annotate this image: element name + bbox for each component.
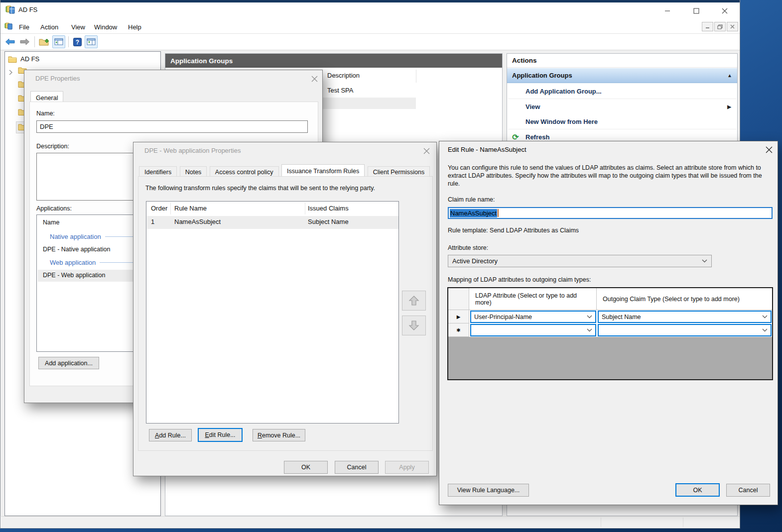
remove-rule-button[interactable]: Remove Rule... <box>253 429 305 441</box>
list-item-dpe-native-application[interactable]: DPE - Native application <box>43 246 110 253</box>
tab-identifiers[interactable]: Identifiers <box>139 166 177 177</box>
column-outgoing-claim-type[interactable]: Outgoing Claim Type (Select or type to a… <box>597 288 772 310</box>
mdi-close-button[interactable] <box>727 22 738 31</box>
mdi-minimize-button[interactable] <box>702 22 713 31</box>
button-label: Add application... <box>45 360 93 367</box>
desktop: AD FS File Action View Win <box>0 0 782 532</box>
toggle-action-pane-button[interactable] <box>85 35 98 48</box>
tree-expander-icon[interactable] <box>9 70 12 75</box>
edit-rule-button[interactable]: Edit Rule... <box>198 428 243 442</box>
tab-notes[interactable]: Notes <box>180 166 207 177</box>
toolbar-separator <box>68 36 69 47</box>
dropdown-value: Subject Name <box>602 314 641 320</box>
button-label: OK <box>301 464 310 471</box>
ldap-attribute-dropdown-new[interactable] <box>470 324 596 336</box>
view-rule-language-button[interactable]: View Rule Language... <box>448 484 529 497</box>
outgoing-claim-type-dropdown[interactable]: Subject Name <box>598 311 772 323</box>
rules-instruction: The following transform rules specify th… <box>145 185 375 192</box>
attribute-store-label: Attribute store: <box>448 244 488 251</box>
close-icon[interactable] <box>421 146 431 155</box>
move-rule-down-button[interactable] <box>402 316 426 335</box>
adfs-app-icon <box>5 5 15 14</box>
action-label: View <box>525 103 540 110</box>
column-divider <box>170 203 171 214</box>
applications-label: Applications: <box>36 205 72 212</box>
button-label: Cancel <box>347 464 367 471</box>
apply-button: Apply <box>385 461 429 474</box>
dropdown-chevron-icon <box>762 315 768 319</box>
tree-node-adfs[interactable]: AD FS <box>8 55 39 63</box>
group-label: Web application <box>50 259 96 266</box>
menu-help[interactable]: Help <box>126 22 143 32</box>
column-rule-name[interactable]: Rule Name <box>174 205 207 212</box>
transform-rules-list[interactable]: Order Rule Name Issued Claims 1 NameAsSu… <box>146 201 399 424</box>
name-field[interactable] <box>36 120 308 133</box>
action-view[interactable]: View ▶ <box>507 99 737 114</box>
maximize-button[interactable] <box>688 3 705 18</box>
column-ldap-attribute[interactable]: LDAP Attribute (Select or type to add mo… <box>469 288 597 310</box>
dropdown-value: Active Directory <box>452 257 498 265</box>
title-bar[interactable]: AD FS <box>0 2 740 20</box>
export-list-button[interactable] <box>37 35 50 48</box>
list-header-name[interactable]: Name <box>43 219 59 226</box>
list-item-dpe-web-application[interactable]: DPE - Web application <box>43 272 106 279</box>
button-label: Add Rule... <box>155 432 186 439</box>
forward-button[interactable] <box>18 35 31 48</box>
menu-file[interactable]: File <box>17 22 31 32</box>
row-selector-current[interactable]: ▶ <box>448 310 469 323</box>
menu-action[interactable]: Action <box>38 22 60 32</box>
mapping-label: Mapping of LDAP attributes to outgoing c… <box>448 276 591 283</box>
column-divider[interactable] <box>416 70 416 83</box>
back-button[interactable] <box>3 35 16 48</box>
tab-strip: Identifiers Notes Access control policy … <box>139 165 431 177</box>
description-column-header[interactable]: Description <box>327 72 416 84</box>
button-label: Edit Rule... <box>205 431 235 438</box>
ok-button[interactable]: OK <box>284 461 328 474</box>
claim-rule-name-field[interactable]: NameAsSubject <box>448 207 773 219</box>
dropdown-value: User-Principal-Name <box>474 314 532 320</box>
close-icon[interactable] <box>764 145 774 154</box>
close-icon[interactable] <box>309 74 319 83</box>
row-selector-new[interactable]: ✱ <box>448 323 469 337</box>
column-order[interactable]: Order <box>151 205 167 212</box>
toggle-console-tree-button[interactable] <box>52 35 65 48</box>
outgoing-claim-type-dropdown-new[interactable] <box>598 324 772 336</box>
tree-node-label: AD FS <box>20 55 39 63</box>
ok-button[interactable]: OK <box>675 483 720 497</box>
rule-row-selected[interactable]: 1 NameAsSubject Subject Name <box>147 216 398 229</box>
list-cell-description[interactable]: Test SPA <box>327 87 354 94</box>
add-application-button[interactable]: Add application... <box>38 357 99 369</box>
adfs-menu-icon <box>4 22 13 30</box>
tab-access-control-policy[interactable]: Access control policy <box>210 166 279 177</box>
actions-section-header[interactable]: Application Groups ▲ <box>507 68 737 83</box>
menu-view[interactable]: View <box>69 22 87 32</box>
mdi-restore-button[interactable] <box>714 22 726 31</box>
close-button[interactable] <box>716 3 733 18</box>
statusbar-divider <box>683 518 683 527</box>
dropdown-chevron-icon <box>587 328 592 332</box>
action-new-window-from-here[interactable]: New Window from Here <box>507 114 737 129</box>
refresh-icon: ⟳ <box>511 132 520 141</box>
selected-text: NameAsSubject <box>450 209 497 217</box>
menu-window[interactable]: Window <box>92 22 119 32</box>
ldap-attribute-dropdown[interactable]: User-Principal-Name <box>470 311 596 323</box>
tab-issuance-transform-rules[interactable]: Issuance Transform Rules <box>281 164 365 176</box>
collapse-icon[interactable]: ▲ <box>727 73 732 78</box>
cancel-button[interactable]: Cancel <box>335 461 379 474</box>
claim-rule-name-label: Claim rule name: <box>448 196 495 203</box>
cancel-button[interactable]: Cancel <box>726 484 770 497</box>
add-rule-button[interactable]: Add Rule... <box>149 429 192 441</box>
move-rule-up-button[interactable] <box>402 291 426 311</box>
minimize-button[interactable] <box>659 3 676 18</box>
action-add-application-group[interactable]: Add Application Group... <box>507 84 737 99</box>
cell-issued-claims: Subject Name <box>308 218 349 225</box>
edit-rule-dialog: Edit Rule - NameAsSubject You can config… <box>439 141 778 505</box>
toolbar-separator <box>34 36 35 47</box>
statusbar-divider <box>601 518 601 527</box>
help-button[interactable]: ? <box>71 35 84 48</box>
column-issued-claims[interactable]: Issued Claims <box>308 205 349 212</box>
svg-text:?: ? <box>75 39 79 46</box>
tab-client-permissions[interactable]: Client Permissions <box>368 166 430 177</box>
rule-description: You can configure this rule to send the … <box>448 164 773 188</box>
attribute-store-dropdown[interactable]: Active Directory <box>448 255 712 267</box>
